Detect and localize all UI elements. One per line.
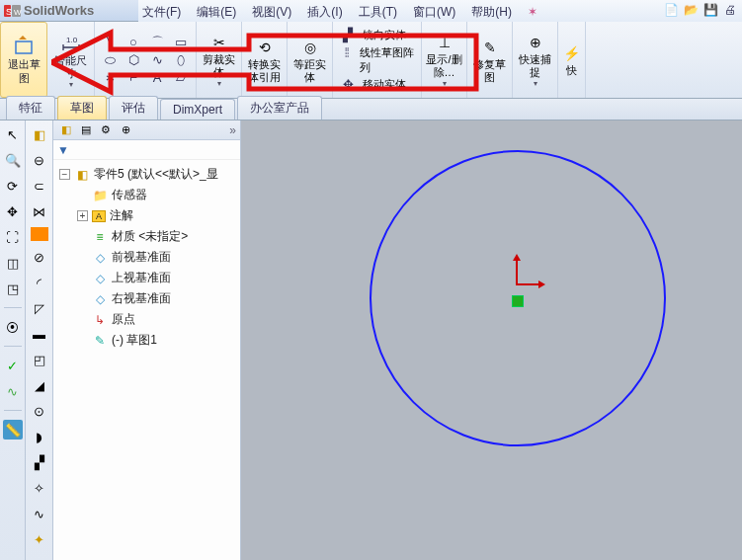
collapse-icon[interactable]: − [59, 169, 70, 180]
convert-entities-button[interactable]: ⟲ 转换实体引用 [242, 22, 288, 98]
move-label[interactable]: 移动实体 [363, 77, 406, 93]
graphics-viewport[interactable] [241, 120, 742, 560]
tree-material[interactable]: ≡ 材质 <未指定> [73, 226, 238, 247]
zoom-fit-icon[interactable]: ⛶ [3, 227, 23, 247]
mirror-icon[interactable]: ▞ [339, 28, 357, 43]
revolve-icon[interactable]: ⊖ [30, 150, 49, 170]
menu-search-icon[interactable]: ✶ [524, 4, 541, 20]
menu-insert[interactable]: 插入(I) [303, 3, 346, 22]
instant3d-icon[interactable]: ✦ [30, 529, 49, 549]
menu-edit[interactable]: 编辑(E) [193, 3, 240, 22]
fillet-tool-icon[interactable]: ⌐ [124, 70, 142, 86]
view-orientation-icon[interactable]: ◳ [3, 279, 23, 298]
svg-text:S: S [6, 7, 12, 17]
y-axis-icon [516, 256, 518, 283]
section-view-icon[interactable]: ◫ [3, 253, 23, 273]
pattern-icon[interactable]: ⦙⦙ [339, 45, 354, 61]
pan-view-icon[interactable]: ✥ [3, 201, 23, 221]
tab-feature[interactable]: 特征 [6, 96, 55, 120]
fillet-feature-icon[interactable]: ◜ [30, 273, 49, 292]
feature-toolbar: ◧ ⊖ ⊂ ⋈ ⊘ ◜ ◸ ▬ ◰ ◢ ⊙ ◗ ▞ ✧ ∿ ✦ [26, 120, 53, 560]
ellipse-tool-icon[interactable]: ⬯ [172, 52, 190, 68]
exit-sketch-button[interactable]: 退出草图 [0, 22, 47, 98]
text-tool-icon[interactable]: A [148, 70, 166, 86]
tree-origin[interactable]: ↳ 原点 [73, 309, 238, 330]
mirror-feature-icon[interactable]: ▞ [30, 452, 49, 472]
spline-tool-icon[interactable]: ∿ [148, 52, 166, 68]
hide-show-icon[interactable]: ⦿ [3, 317, 23, 337]
cut-extrude-icon[interactable] [31, 227, 48, 241]
origin-marker-icon [512, 295, 524, 307]
apply-scene-icon[interactable]: ∿ [3, 381, 23, 401]
cut-revolve-icon[interactable]: ⊘ [30, 247, 49, 267]
filter-icon[interactable]: ▼ [57, 143, 69, 157]
tree-top-plane[interactable]: ◇ 上视基准面 [73, 268, 238, 288]
select-tool-icon[interactable]: ↖ [3, 124, 23, 144]
menu-tools[interactable]: 工具(T) [355, 3, 401, 22]
tab-evaluate[interactable]: 评估 [109, 96, 158, 120]
rib-icon[interactable]: ▬ [30, 324, 49, 344]
tab-office[interactable]: 办公室产品 [237, 96, 322, 120]
plane-icon: ◇ [92, 272, 108, 285]
tree-tab-property-icon[interactable]: ▤ [77, 122, 95, 138]
zoom-window-icon[interactable]: 🔍 [3, 150, 23, 170]
quick-button[interactable]: ⚡ 快 [558, 22, 586, 98]
tree-tab-config-icon[interactable]: ⚙ [97, 122, 115, 138]
menu-window[interactable]: 窗口(W) [409, 3, 459, 22]
menu-help[interactable]: 帮助(H) [467, 3, 516, 22]
open-file-icon[interactable]: 📂 [683, 2, 699, 18]
move-icon[interactable]: ✥ [339, 77, 357, 93]
chamfer-icon[interactable]: ◸ [30, 298, 49, 318]
plane-icon: ◇ [92, 251, 108, 265]
sweep-icon[interactable]: ⊂ [30, 176, 49, 196]
save-icon[interactable]: 💾 [702, 2, 718, 18]
arc-tool-icon[interactable]: ⌒ [148, 35, 166, 50]
tree-sketch1[interactable]: ✎ (-) 草图1 [73, 330, 238, 351]
panel-expand-icon[interactable]: » [229, 123, 236, 137]
measure-icon[interactable]: 📏 [3, 420, 23, 440]
trim-button[interactable]: ✂ 剪裁实体 ▾ [197, 22, 242, 98]
rect-tool-icon[interactable]: ▭ [172, 35, 190, 50]
expand-icon[interactable]: + [77, 210, 88, 221]
draft-icon[interactable]: ◢ [30, 375, 49, 395]
tree-sensors[interactable]: 📁 传感器 [73, 185, 238, 205]
quick-snap-button[interactable]: ⊕ 快速捕捉 ▾ [513, 22, 558, 98]
curves-icon[interactable]: ∿ [30, 504, 49, 523]
edit-appearance-icon[interactable]: ✓ [3, 356, 23, 375]
ref-geom-icon[interactable]: ✧ [30, 478, 49, 498]
dome-icon[interactable]: ◗ [30, 427, 49, 446]
line-tool-icon[interactable]: ╲ [101, 35, 119, 50]
feature-tree-panel: ◧ ▤ ⚙ ⊕ » ▼ − ◧ 零件5 (默认<<默认>_显 📁 传感器 [53, 120, 241, 560]
shell-icon[interactable]: ◰ [30, 350, 49, 369]
tree-tab-dim-icon[interactable]: ⊕ [117, 122, 134, 138]
smart-dimension-button[interactable]: 1.0 智能尺寸 ▾ [47, 22, 95, 98]
menu-file[interactable]: 文件(F) [138, 3, 185, 22]
pattern-label[interactable]: 线性草图阵列 [360, 45, 415, 75]
wrap-icon[interactable]: ⊙ [30, 401, 49, 421]
display-delete-button[interactable]: ⊥ 显示/删除… ▾ [422, 22, 467, 98]
tree-tab-feature-icon[interactable]: ◧ [57, 122, 75, 138]
tree-right-plane[interactable]: ◇ 右视基准面 [73, 288, 238, 309]
tab-dimxpert[interactable]: DimXpert [160, 99, 235, 120]
tab-sketch[interactable]: 草图 [57, 96, 107, 120]
tree-annotations[interactable]: + A 注解 [73, 205, 238, 226]
slot-tool-icon[interactable]: ⬭ [101, 52, 119, 68]
tree-root-part[interactable]: − ◧ 零件5 (默认<<默认>_显 [55, 164, 238, 185]
tree-front-plane[interactable]: ◇ 前视基准面 [73, 247, 238, 268]
loft-icon[interactable]: ⋈ [30, 201, 49, 221]
snap-icon: ⊕ [525, 32, 546, 53]
new-file-icon[interactable]: 📄 [663, 2, 679, 18]
menu-view[interactable]: 视图(V) [248, 3, 295, 22]
mirror-label[interactable]: 镜向实体 [363, 28, 406, 43]
repair-sketch-button[interactable]: ✎ 修复草图 [467, 22, 513, 98]
extrude-icon[interactable]: ◧ [30, 124, 49, 144]
offset-entities-button[interactable]: ◎ 等距实体 [288, 22, 333, 98]
point-tool-icon[interactable]: ∗ [101, 70, 119, 86]
print-icon[interactable]: 🖨 [722, 2, 738, 18]
annotation-icon: A [92, 210, 106, 222]
rotate-view-icon[interactable]: ⟳ [3, 176, 23, 196]
plane-tool-icon[interactable]: ▱ [172, 70, 190, 86]
folder-icon: 📁 [92, 189, 108, 202]
circle-tool-icon[interactable]: ○ [124, 35, 142, 50]
polygon-tool-icon[interactable]: ⬡ [124, 52, 142, 68]
